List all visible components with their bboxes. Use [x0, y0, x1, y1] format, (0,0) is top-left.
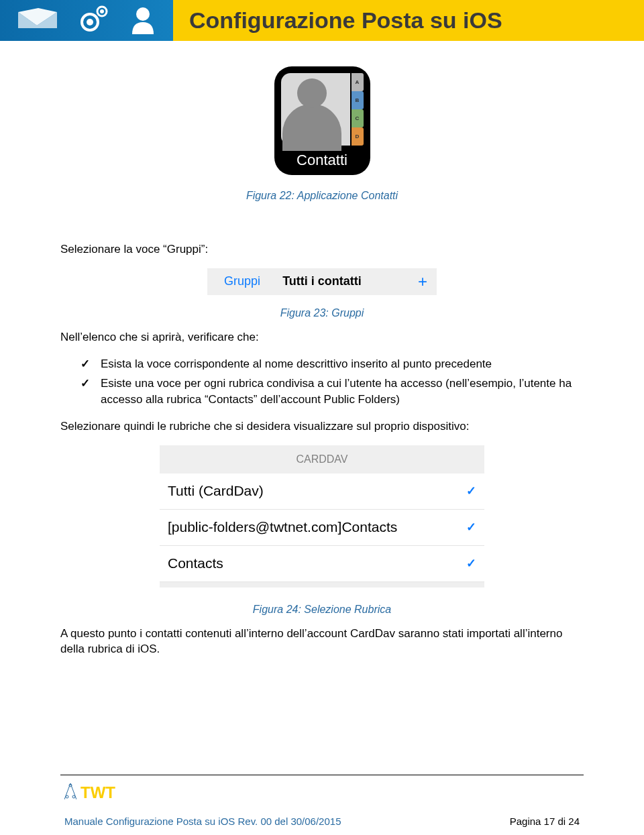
check-icon: ✓ [466, 556, 476, 571]
svg-line-8 [70, 783, 76, 799]
check-icon: ✓ [466, 520, 476, 535]
contacts-tab: A [352, 73, 364, 91]
carddav-row-label: Tutti (CardDav) [168, 483, 264, 499]
navbar-title: Tutti i contatti [207, 274, 437, 288]
footer-logo: TWT [60, 783, 584, 802]
contacts-app-label: Contatti [274, 146, 370, 175]
paragraph-3: Selezionare quindi le rubriche che si de… [60, 419, 584, 435]
carddav-row-label: [public-folders@twtnet.com]Contacts [168, 519, 397, 535]
figure-22-caption: Figura 22: Applicazione Contatti [60, 190, 584, 202]
ios-navbar: Gruppi Tutti i contatti + [207, 268, 437, 295]
contacts-tab: D [352, 127, 364, 146]
figure-24-caption: Figura 24: Selezione Rubrica [60, 604, 584, 616]
svg-point-5 [100, 9, 104, 13]
mail-icon [17, 7, 58, 35]
paragraph-1: Selezionare la voce “Gruppi”: [60, 242, 584, 258]
svg-point-10 [72, 795, 75, 798]
footer-brand: TWT [80, 783, 115, 802]
checklist: Esista la voce corrispondente al nome de… [60, 356, 584, 408]
check-icon: ✓ [466, 484, 476, 498]
footer: TWT Manuale Configurazione Posta su iOS … [60, 775, 584, 835]
person-icon [129, 5, 156, 37]
figure-24: CARDDAV Tutti (CardDav) ✓ [public-folder… [60, 445, 584, 616]
page-title: Configurazione Posta su iOS [173, 0, 644, 41]
figure-23-caption: Figura 23: Gruppi [60, 307, 584, 319]
contacts-tab: C [352, 109, 364, 127]
figure-22: A B C D Contatti Figura 22: Applicazione… [60, 66, 584, 202]
paragraph-4: A questo punto i contatti contenuti all’… [60, 626, 584, 657]
carddav-row[interactable]: Tutti (CardDav) ✓ [160, 474, 484, 510]
checklist-item: Esista la voce corrispondente al nome de… [80, 356, 584, 373]
footer-row: Manuale Configurazione Posta su iOS Rev.… [60, 816, 584, 827]
header-icon-strip [0, 0, 173, 41]
svg-point-3 [87, 19, 93, 25]
paragraph-2: Nell’elenco che si aprirà, verificare ch… [60, 330, 584, 345]
svg-point-9 [66, 795, 68, 798]
figure-23: Gruppi Tutti i contatti + Figura 23: Gru… [60, 268, 584, 319]
carddav-list: CARDDAV Tutti (CardDav) ✓ [public-folder… [160, 445, 484, 588]
gear-icon [78, 5, 110, 37]
checklist-item: Esiste una voce per ogni rubrica condivi… [80, 376, 584, 408]
carddav-row-label: Contacts [168, 555, 223, 571]
footer-divider [60, 775, 584, 775]
carddav-row[interactable]: [public-folders@twtnet.com]Contacts ✓ [160, 510, 484, 546]
svg-point-6 [136, 7, 150, 21]
page-header: Configurazione Posta su iOS [0, 0, 644, 41]
footer-doc-line: Manuale Configurazione Posta su iOS Rev.… [64, 816, 341, 827]
content-area: A B C D Contatti Figura 22: Applicazione… [0, 41, 644, 657]
contacts-tab: B [352, 91, 364, 109]
logo-icon [64, 783, 76, 802]
footer-page-label: Pagina 17 di 24 [510, 816, 580, 827]
carddav-row[interactable]: Contacts ✓ [160, 546, 484, 582]
add-contact-button[interactable]: + [418, 272, 427, 291]
contacts-app-icon: A B C D Contatti [274, 66, 370, 175]
carddav-section-header: CARDDAV [160, 445, 484, 474]
svg-line-7 [64, 783, 70, 799]
